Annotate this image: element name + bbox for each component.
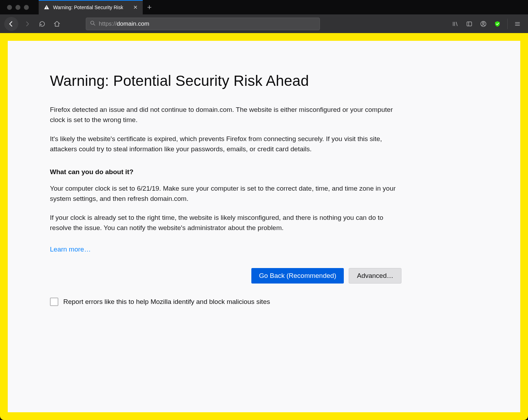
url-bar[interactable]: https://domain.com: [86, 18, 320, 30]
search-icon: [90, 20, 96, 28]
browser-tab[interactable]: Warning: Potential Security Risk ✕: [39, 0, 143, 14]
tab-close-button[interactable]: ✕: [133, 4, 138, 11]
url-text: https://domain.com: [99, 20, 149, 27]
page-heading: Warning: Potential Security Risk Ahead: [50, 72, 401, 89]
home-button[interactable]: [51, 18, 63, 30]
subheading: What can you do about it?: [50, 168, 401, 176]
button-row: Go Back (Recommended) Advanced…: [50, 268, 401, 284]
toolbar: https://domain.com: [0, 14, 528, 33]
menu-button[interactable]: [511, 18, 524, 30]
window-close-button[interactable]: [7, 5, 12, 10]
error-paragraph-1: Firefox detected an issue and did not co…: [50, 105, 401, 125]
window-zoom-button[interactable]: [24, 5, 29, 10]
toolbar-right: [449, 18, 524, 30]
window-minimize-button[interactable]: [15, 5, 20, 10]
reload-button[interactable]: [36, 18, 49, 30]
sidebar-button[interactable]: [463, 18, 476, 30]
error-paragraph-4: If your clock is already set to the righ…: [50, 213, 401, 233]
forward-button[interactable]: [21, 18, 34, 30]
back-button[interactable]: [4, 17, 18, 31]
new-tab-button[interactable]: +: [143, 0, 156, 14]
svg-line-6: [456, 22, 457, 26]
svg-rect-0: [46, 6, 47, 8]
titlebar: Warning: Potential Security Risk ✕ +: [0, 0, 528, 14]
report-row: Report errors like this to help Mozilla …: [50, 298, 401, 306]
window-controls: [0, 5, 29, 10]
svg-point-2: [91, 21, 94, 24]
separator: [507, 19, 508, 29]
error-paragraph-3: Your computer clock is set to 6/21/19. M…: [50, 184, 401, 204]
advanced-button[interactable]: Advanced…: [349, 268, 401, 284]
tabstrip: Warning: Potential Security Risk ✕ +: [39, 0, 156, 14]
warning-icon: [44, 4, 50, 10]
error-page: Warning: Potential Security Risk Ahead F…: [8, 41, 520, 412]
svg-rect-1: [46, 8, 47, 8]
svg-rect-7: [467, 22, 471, 26]
library-button[interactable]: [449, 18, 462, 30]
go-back-button[interactable]: Go Back (Recommended): [251, 268, 344, 284]
url-host: domain.com: [117, 20, 149, 27]
svg-line-3: [94, 24, 95, 25]
tab-title: Warning: Potential Security Risk: [53, 5, 123, 10]
error-paragraph-2: It's likely the website's certificate is…: [50, 134, 401, 154]
account-button[interactable]: [477, 18, 490, 30]
content-frame: Warning: Potential Security Risk Ahead F…: [0, 33, 528, 420]
svg-point-10: [483, 22, 484, 24]
shield-icon[interactable]: [491, 18, 504, 30]
report-label: Report errors like this to help Mozilla …: [63, 298, 270, 306]
report-checkbox[interactable]: [50, 298, 58, 306]
url-scheme: https://: [99, 20, 117, 27]
learn-more-link[interactable]: Learn more…: [50, 246, 91, 253]
